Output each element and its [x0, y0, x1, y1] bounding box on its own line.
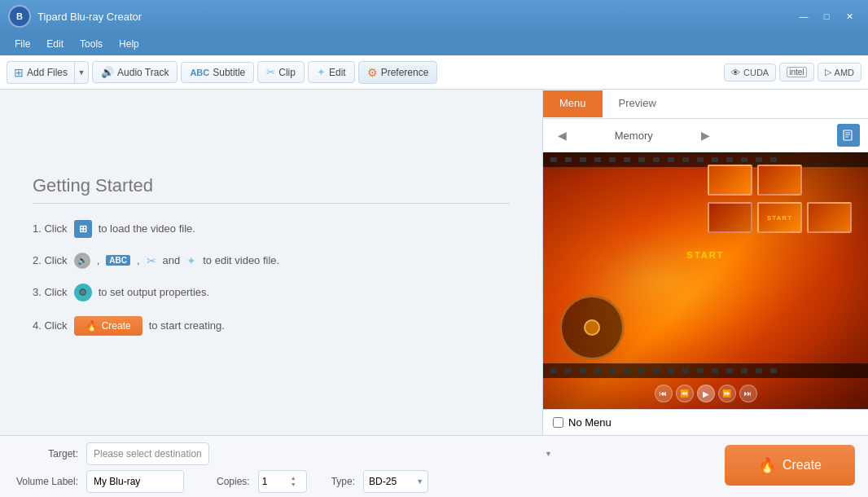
right-panel: Menu Preview ◀ Memory ▶ [542, 90, 868, 435]
edit-label: Edit [329, 67, 346, 78]
preview-image: START START ⏮ ⏪ ▶ [543, 152, 868, 409]
scissors-step-icon: ✂ [147, 254, 156, 267]
clip-button[interactable]: ✂ Clip [257, 61, 305, 83]
getting-started-title: Getting Started [33, 175, 510, 196]
prev-arrow[interactable]: ◀ [551, 127, 573, 143]
gear-step-icon: ⚙ [74, 284, 92, 301]
subtitle-label: Subtitle [213, 67, 245, 78]
skip-back-button[interactable]: ⏮ [655, 385, 673, 402]
audio-icon: 🔊 [101, 66, 114, 78]
create-step-button[interactable]: 🔥 Create [74, 316, 142, 336]
title-bar: B Tipard Blu-ray Creator — □ ✕ [0, 0, 868, 33]
app-logo: B [8, 5, 31, 28]
create-main-label: Create [783, 458, 822, 473]
target-label: Target: [13, 448, 78, 460]
film-reel [559, 295, 625, 360]
no-menu-row: No Menu [543, 409, 868, 435]
step-1-text: 1. Click [33, 222, 68, 235]
copies-spinbox: ▲ ▼ [258, 470, 307, 493]
window-controls: — □ ✕ [793, 8, 860, 24]
type-select[interactable]: BD-25 BD-50 DVD-5 DVD-9 [363, 470, 428, 493]
rewind-button[interactable]: ⏪ [676, 385, 694, 402]
volume-label: Volume Label: [13, 476, 78, 487]
audio-step-icon: 🔊 [74, 253, 90, 269]
gear-icon: ⚙ [367, 66, 378, 79]
tab-preview[interactable]: Preview [603, 90, 673, 117]
menu-nav-title: Memory [573, 130, 695, 142]
copies-label: Copies: [217, 476, 250, 487]
intel-badge: intel intel [779, 63, 813, 81]
preference-label: Preference [381, 67, 429, 78]
add-files-step-icon: ⊞ [74, 220, 92, 238]
start-text: START [687, 250, 725, 260]
app-title: Tipard Blu-ray Creator [37, 11, 793, 23]
volume-input[interactable] [86, 470, 184, 493]
fast-forward-button[interactable]: ⏩ [718, 385, 736, 402]
type-select-wrapper: BD-25 BD-50 DVD-5 DVD-9 [363, 470, 428, 493]
add-files-icon: ⊞ [14, 66, 24, 79]
subtitle-button[interactable]: ABC Subtitle [181, 62, 254, 83]
step-1-post: to load the video file. [99, 222, 195, 235]
copies-up[interactable]: ▲ [291, 475, 296, 482]
create-flame-icon: 🔥 [758, 456, 776, 474]
no-menu-label[interactable]: No Menu [568, 416, 612, 429]
menu-file[interactable]: File [7, 36, 38, 52]
close-button[interactable]: ✕ [839, 8, 860, 24]
next-arrow[interactable]: ▶ [695, 127, 717, 143]
wand-step-icon: ✦ [186, 254, 196, 267]
skip-forward-button[interactable]: ⏭ [739, 385, 757, 402]
preference-button[interactable]: ⚙ Preference [358, 61, 438, 84]
amd-icon: ▷ [825, 67, 831, 77]
cuda-label: CUDA [743, 68, 769, 77]
audio-track-label: Audio Track [117, 67, 169, 78]
amd-badge: ▷ AMD [818, 63, 861, 81]
step-3: 3. Click ⚙ to set output properties. [33, 284, 510, 301]
cuda-icon: 👁 [731, 68, 740, 77]
left-panel: Getting Started 1. Click ⊞ to load the v… [0, 90, 542, 435]
minimize-button[interactable]: — [793, 8, 814, 24]
filmstrip-bottom [543, 363, 868, 378]
menu-help[interactable]: Help [111, 36, 147, 52]
bottom-section: Target: Please select destination Volume… [0, 435, 868, 497]
copies-down[interactable]: ▼ [291, 482, 296, 488]
step-2: 2. Click 🔊 , ABC , ✂ and ✦ to edit video… [33, 253, 510, 269]
film-thumbnails: START [708, 165, 852, 233]
audio-track-button[interactable]: 🔊 Audio Track [92, 61, 178, 83]
step-1: 1. Click ⊞ to load the video file. [33, 220, 510, 238]
step-4: 4. Click 🔥 Create to start creating. [33, 316, 510, 336]
cuda-badge: 👁 CUDA [724, 64, 776, 81]
clip-label: Clip [278, 67, 296, 78]
target-select-wrapper: Please select destination [86, 442, 559, 465]
create-main-button[interactable]: 🔥 Create [725, 445, 855, 486]
scissors-icon: ✂ [266, 66, 275, 78]
wand-icon: ✦ [317, 66, 326, 78]
logo-letter: B [16, 11, 23, 21]
add-files-group: ⊞ Add Files ▼ [7, 61, 89, 84]
menu-tools[interactable]: Tools [72, 36, 111, 52]
tab-menu[interactable]: Menu [543, 90, 603, 117]
add-files-label: Add Files [27, 67, 68, 78]
play-button[interactable]: ▶ [697, 385, 715, 402]
amd-label: AMD [835, 68, 854, 77]
menu-edit-icon-button[interactable] [837, 124, 860, 147]
edit-button[interactable]: ✦ Edit [308, 61, 355, 83]
menu-edit[interactable]: Edit [38, 36, 72, 52]
maximize-button[interactable]: □ [816, 8, 837, 24]
subtitle-step-icon: ABC [106, 255, 130, 266]
spin-arrows: ▲ ▼ [291, 475, 296, 489]
subtitle-icon: ABC [190, 68, 209, 77]
intel-icon: intel [787, 67, 806, 77]
flame-icon: 🔥 [85, 320, 98, 332]
menu-bar: File Edit Tools Help [0, 33, 868, 55]
type-label: Type: [331, 476, 355, 487]
toolbar: ⊞ Add Files ▼ 🔊 Audio Track ABC Subtitle… [0, 55, 868, 90]
add-files-button[interactable]: ⊞ Add Files [7, 61, 74, 84]
playback-controls: ⏮ ⏪ ▶ ⏩ ⏭ [655, 385, 757, 402]
menu-nav: ◀ Memory ▶ [543, 119, 868, 152]
target-select[interactable]: Please select destination [86, 442, 209, 465]
menu-preview-tabs: Menu Preview [543, 90, 868, 119]
create-step-label: Create [102, 320, 131, 332]
add-files-dropdown[interactable]: ▼ [74, 61, 89, 84]
no-menu-checkbox[interactable] [553, 417, 563, 428]
copies-input[interactable] [262, 476, 291, 487]
